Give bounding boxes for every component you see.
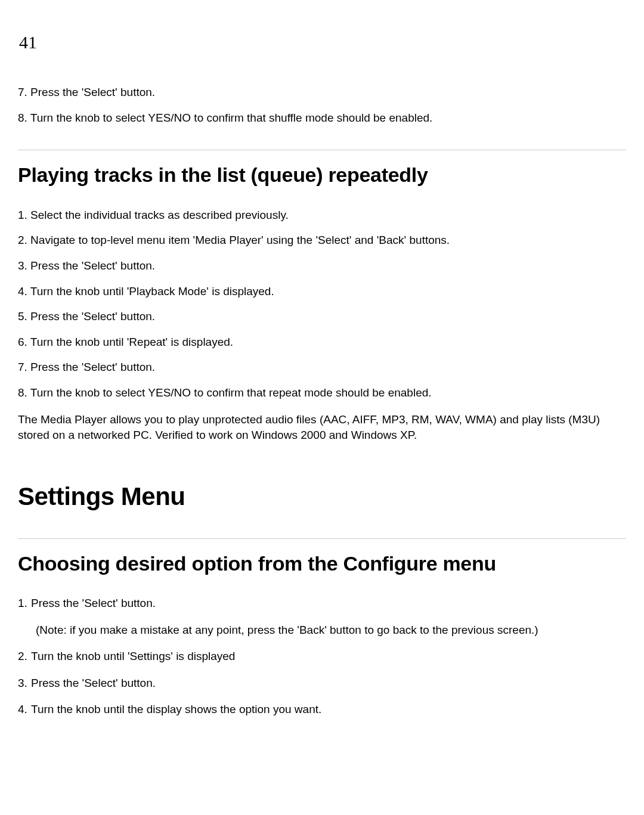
section-divider bbox=[18, 150, 626, 150]
section2-step4: 4. Turn the knob until 'Playback Mode' i… bbox=[18, 284, 626, 300]
section2-paragraph: The Media Player allows you to play unpr… bbox=[18, 412, 626, 444]
section2-step5: 5. Press the 'Select' button. bbox=[18, 309, 626, 325]
section2-step7: 7. Press the 'Select' button. bbox=[18, 360, 626, 376]
section2-step3: 3. Press the 'Select' button. bbox=[18, 258, 626, 274]
section2-heading: Playing tracks in the list (queue) repea… bbox=[18, 161, 626, 190]
step-text: Turn the knob until 'Settings' is displa… bbox=[31, 650, 235, 662]
step-text: Turn the knob until the display shows th… bbox=[31, 703, 321, 715]
section2-step8: 8. Turn the knob to select YES/NO to con… bbox=[18, 385, 626, 401]
step-text: Press the 'Select' button. bbox=[31, 597, 156, 609]
section1-step7: 7. Press the 'Select' button. bbox=[18, 85, 626, 101]
section3-step1: 1. Press the 'Select' button. bbox=[18, 596, 626, 612]
section3-step2: 2. Turn the knob until 'Settings' is dis… bbox=[18, 649, 626, 665]
step-number: 1. bbox=[18, 596, 31, 612]
step-number: 2. bbox=[18, 649, 31, 665]
page-number: 41 bbox=[19, 30, 626, 55]
step-text: Press the 'Select' button. bbox=[31, 677, 156, 689]
section2-step1: 1. Select the individual tracks as descr… bbox=[18, 207, 626, 224]
section3-step4: 4. Turn the knob until the display shows… bbox=[18, 702, 626, 718]
section2-step6: 6. Turn the knob until 'Repeat' is displ… bbox=[18, 334, 626, 351]
section3-note: (Note: if you make a mistake at any poin… bbox=[36, 622, 626, 639]
section3-main-heading: Settings Menu bbox=[18, 479, 626, 515]
section2-step2: 2. Navigate to top-level menu item 'Medi… bbox=[18, 233, 626, 249]
section1-step8: 8. Turn the knob to select YES/NO to con… bbox=[18, 110, 626, 126]
section3-sub-heading: Choosing desired option from the Configu… bbox=[18, 550, 626, 578]
step-number: 3. bbox=[18, 675, 31, 692]
section-divider-2 bbox=[18, 538, 626, 539]
step-number: 4. bbox=[18, 702, 31, 718]
section3-step3: 3. Press the 'Select' button. bbox=[18, 675, 626, 692]
